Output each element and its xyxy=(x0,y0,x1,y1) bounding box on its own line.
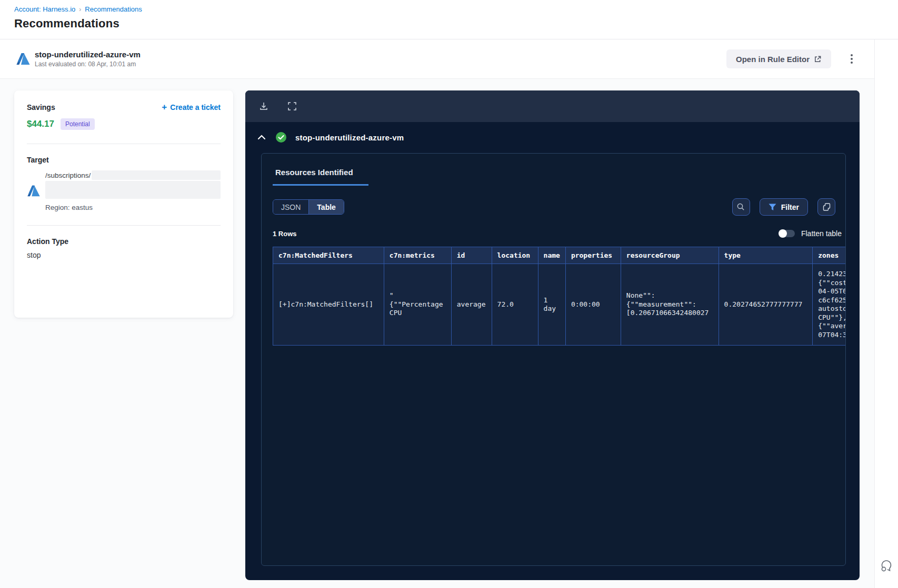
column-header[interactable]: type xyxy=(719,247,813,264)
filter-button[interactable]: Filter xyxy=(760,198,808,216)
breadcrumb-account-link[interactable]: Account: Harness.io xyxy=(14,5,75,13)
create-ticket-label: Create a ticket xyxy=(170,103,221,111)
resources-table-container[interactable]: c7n:MatchedFilters c7n:metrics id locati… xyxy=(273,247,845,346)
search-button[interactable] xyxy=(732,198,750,216)
column-header[interactable]: location xyxy=(492,247,538,264)
collapse-button[interactable] xyxy=(256,132,267,143)
create-ticket-button[interactable]: + Create a ticket xyxy=(162,103,221,111)
chevron-up-icon xyxy=(257,135,266,140)
flatten-table-toggle[interactable] xyxy=(779,230,795,237)
table-cell: 0.21423 {""cost 04-05T0 c6cf625 autosto … xyxy=(813,264,845,346)
recommendation-summary-card: Savings + Create a ticket $44.17 Potenti… xyxy=(14,90,233,318)
column-header[interactable]: name xyxy=(538,247,565,264)
open-rule-editor-button[interactable]: Open in Rule Editor xyxy=(726,49,831,68)
column-header[interactable]: zones xyxy=(813,247,845,264)
column-header[interactable]: id xyxy=(451,247,492,264)
table-row: [+]c7n:MatchedFilters[] " {""Percentage … xyxy=(273,264,846,346)
external-link-icon xyxy=(814,55,822,63)
rule-result-header: stop-underutilized-azure-vm xyxy=(245,122,860,143)
download-icon xyxy=(258,101,269,111)
column-header[interactable]: resourceGroup xyxy=(621,247,719,264)
breadcrumb: Account: Harness.io › Recommendations xyxy=(14,5,898,13)
copy-icon xyxy=(822,202,831,211)
search-icon xyxy=(736,202,745,211)
breadcrumb-separator: › xyxy=(79,6,81,13)
last-evaluated-text: Last evaluated on: 08 Apr, 10:01 am xyxy=(35,60,726,68)
table-cell: None"": {""measurement"": [0.20671066342… xyxy=(621,264,719,346)
content-area: Savings + Create a ticket $44.17 Potenti… xyxy=(0,79,874,588)
table-cell: " {""Percentage CPU xyxy=(384,264,451,346)
potential-badge: Potential xyxy=(61,118,95,130)
matched-filters-expander[interactable]: [+]c7n:MatchedFilters[] xyxy=(273,264,384,346)
more-options-button[interactable] xyxy=(844,50,860,68)
fullscreen-icon xyxy=(287,101,297,111)
table-cell: average xyxy=(451,264,492,346)
table-cell: 72.0 xyxy=(492,264,538,346)
action-type-value: stop xyxy=(27,251,221,259)
target-label: Target xyxy=(27,156,221,164)
flatten-table-label: Flatten table xyxy=(801,229,842,238)
open-rule-editor-label: Open in Rule Editor xyxy=(736,55,810,64)
download-button[interactable] xyxy=(258,100,270,112)
column-header[interactable]: properties xyxy=(565,247,621,264)
table-cell: 0.20274652777777777 xyxy=(719,264,813,346)
rows-count: 1 Rows xyxy=(273,230,297,238)
column-header[interactable]: c7n:MatchedFilters xyxy=(273,247,384,264)
breadcrumb-recommendations-link[interactable]: Recommendations xyxy=(85,5,142,13)
resources-table: c7n:MatchedFilters c7n:metrics id locati… xyxy=(273,247,845,346)
table-cell: 0:00:00 xyxy=(565,264,621,346)
right-rail xyxy=(875,39,898,588)
success-check-icon xyxy=(275,131,287,143)
fullscreen-button[interactable] xyxy=(286,100,298,112)
resources-identified-panel: Resources Identified JSON Table xyxy=(261,153,846,566)
plus-icon: + xyxy=(162,104,167,111)
savings-amount: $44.17 xyxy=(27,119,54,129)
column-header[interactable]: c7n:metrics xyxy=(384,247,451,264)
view-toggle-json[interactable]: JSON xyxy=(273,200,309,214)
page-title: Recommendations xyxy=(14,17,898,31)
target-subscription-path: /subscriptions/ xyxy=(45,171,91,179)
divider xyxy=(27,144,221,144)
panel-toolbar xyxy=(245,90,860,122)
tab-resources-identified[interactable]: Resources Identified xyxy=(273,168,368,186)
topbar: Account: Harness.io › Recommendations Re… xyxy=(0,0,898,39)
evaluation-results-panel: stop-underutilized-azure-vm Resources Id… xyxy=(245,90,860,580)
feedback-chat-button[interactable] xyxy=(880,559,894,572)
savings-label: Savings xyxy=(27,103,55,111)
copy-button[interactable] xyxy=(817,198,835,216)
rule-header: stop-underutilized-azure-vm Last evaluat… xyxy=(0,39,874,79)
divider xyxy=(27,225,221,226)
target-region: Region: eastus xyxy=(45,204,221,211)
azure-icon xyxy=(16,52,31,66)
view-toggle: JSON Table xyxy=(273,199,344,215)
redacted-resource-path xyxy=(45,181,221,199)
view-toggle-table[interactable]: Table xyxy=(309,200,344,214)
table-cell: 1 day xyxy=(538,264,565,346)
main-column: stop-underutilized-azure-vm Last evaluat… xyxy=(0,39,875,588)
filter-label: Filter xyxy=(781,203,799,211)
recommendation-detail-page: Account: Harness.io › Recommendations Re… xyxy=(0,0,898,588)
redacted-subscription-id xyxy=(92,170,221,180)
azure-icon xyxy=(27,184,41,198)
action-type-label: Action Type xyxy=(27,237,221,246)
filter-icon xyxy=(769,204,776,211)
table-header-row: c7n:MatchedFilters c7n:metrics id locati… xyxy=(273,247,846,264)
panel-rule-name: stop-underutilized-azure-vm xyxy=(295,133,404,142)
rule-name: stop-underutilized-azure-vm xyxy=(35,50,726,59)
